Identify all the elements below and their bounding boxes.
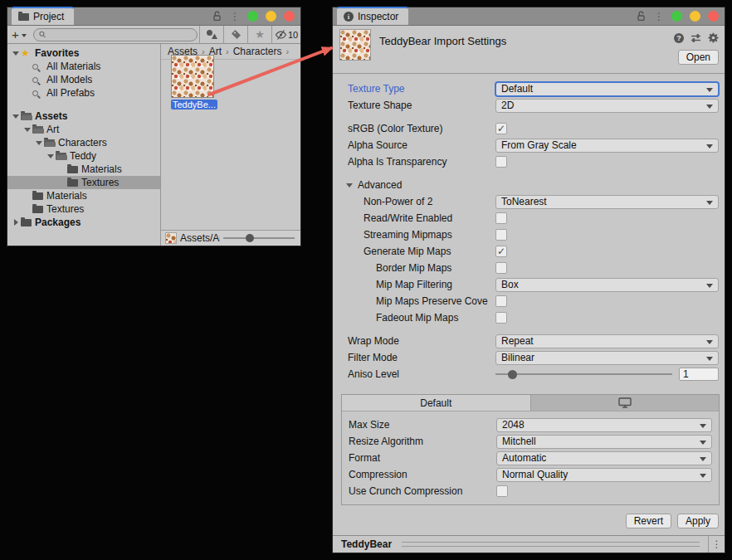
tree-item-teddy[interactable]: Teddy	[7, 149, 160, 163]
teddybear-texture-thumbnail[interactable]	[171, 55, 214, 98]
foldout-open-icon	[346, 183, 353, 187]
filter-mode-dropdown[interactable]: Bilinear	[495, 351, 719, 365]
crunch-compression-checkbox[interactable]	[496, 485, 508, 497]
tree-item-art[interactable]: Art	[7, 123, 160, 136]
platform-settings-box: Default Max Size 2048	[341, 394, 720, 505]
drag-handle[interactable]	[402, 542, 700, 547]
asset-preview-footer[interactable]: TeddyBear ⋮	[333, 535, 725, 553]
unity-editor: Project ⋮ +	[0, 0, 732, 560]
streaming-mipmaps-label: Streaming Mipmaps	[364, 229, 495, 241]
foldout-open-icon[interactable]	[12, 51, 19, 56]
aniso-level-slider[interactable]	[495, 373, 672, 375]
thumbnail-size-slider[interactable]	[223, 237, 295, 239]
filter-by-type-button[interactable]	[200, 26, 224, 44]
inspector-window: i Inspector ⋮ TeddyBear Import Settings …	[332, 7, 725, 553]
tree-item-all-materials[interactable]: All Materials	[7, 60, 160, 73]
platform-tab-default[interactable]: Default	[342, 395, 531, 411]
foldout-open-icon[interactable]	[36, 141, 42, 145]
tree-item-favorites[interactable]: ★ Favorites	[7, 46, 160, 60]
create-dropdown-icon[interactable]	[22, 34, 27, 37]
apply-button[interactable]: Apply	[677, 514, 719, 528]
tab-project[interactable]: Project	[12, 7, 74, 25]
window-green-circle[interactable]	[247, 11, 258, 22]
fadeout-mipmaps-checkbox[interactable]	[495, 312, 507, 324]
star-icon: ★	[255, 28, 265, 41]
tree-item-packages[interactable]: Packages	[7, 216, 160, 229]
generate-mipmaps-checkbox[interactable]: ✓	[495, 246, 507, 257]
asset-teddybear[interactable]: TeddyBe...	[171, 55, 217, 110]
resize-algorithm-dropdown[interactable]: Mitchell	[496, 435, 712, 449]
aniso-level-value[interactable]: 1	[679, 368, 719, 381]
presets-icon[interactable]	[691, 33, 701, 43]
window-red-circle[interactable]	[284, 11, 295, 22]
tree-item-teddy-materials[interactable]: Materials	[7, 163, 160, 176]
texture-type-dropdown[interactable]: Default	[495, 82, 719, 96]
gear-icon[interactable]	[708, 32, 719, 43]
window-menu-icon[interactable]: ⋮	[230, 12, 240, 22]
tree-item-all-prefabs[interactable]: All Prefabs	[7, 86, 160, 100]
advanced-foldout[interactable]: Advanced	[333, 177, 725, 193]
compression-dropdown[interactable]: Normal Quality	[496, 468, 712, 482]
filter-by-label-button[interactable]	[224, 26, 248, 44]
footer-asset-name: TeddyBear	[341, 538, 392, 550]
mip-filtering-dropdown[interactable]: Box	[495, 278, 719, 292]
window-green-circle[interactable]	[671, 11, 682, 22]
tree-item-assets[interactable]: Assets	[7, 110, 160, 123]
selected-asset-mini-icon	[165, 232, 177, 244]
help-icon[interactable]: ?	[674, 33, 684, 43]
tree-item-all-models[interactable]: All Models	[7, 73, 160, 86]
mip-preserve-coverage-checkbox[interactable]	[495, 295, 507, 307]
hidden-items-button[interactable]: 10	[272, 26, 300, 44]
favorites-filter-button[interactable]: ★	[248, 26, 272, 44]
aniso-level-label: Aniso Level	[348, 368, 495, 380]
foldout-open-icon[interactable]	[47, 154, 54, 158]
read-write-checkbox[interactable]	[495, 212, 507, 224]
format-dropdown[interactable]: Automatic	[496, 451, 712, 465]
open-folder-icon	[56, 153, 66, 160]
breadcrumb-characters[interactable]: Characters	[233, 46, 282, 57]
platform-tab-standalone[interactable]	[531, 395, 720, 411]
revert-button[interactable]: Revert	[626, 514, 671, 528]
inspector-tabbar: i Inspector ⋮	[333, 7, 725, 26]
foldout-open-icon[interactable]	[24, 128, 31, 132]
wrap-mode-dropdown[interactable]: Repeat	[495, 334, 719, 348]
foldout-closed-icon[interactable]	[14, 219, 18, 226]
search-input[interactable]	[48, 30, 192, 40]
open-folder-icon	[32, 126, 43, 134]
window-yellow-circle[interactable]	[266, 11, 276, 22]
lock-icon[interactable]	[212, 11, 222, 22]
create-asset-button[interactable]: +	[12, 29, 19, 41]
foldout-open-icon[interactable]	[12, 114, 19, 119]
tab-inspector[interactable]: i Inspector	[337, 7, 408, 25]
alpha-source-dropdown[interactable]: From Gray Scale	[495, 139, 719, 153]
texture-shape-dropdown[interactable]: 2D	[495, 99, 719, 113]
open-button[interactable]: Open	[678, 50, 719, 65]
npot-dropdown[interactable]: ToNearest	[495, 195, 719, 209]
read-write-label: Read/Write Enabled	[364, 212, 495, 224]
tree-item-materials[interactable]: Materials	[7, 189, 160, 202]
streaming-mipmaps-checkbox[interactable]	[495, 229, 507, 241]
srgb-checkbox[interactable]: ✓	[495, 123, 507, 134]
window-red-circle[interactable]	[708, 11, 719, 22]
project-search[interactable]	[33, 28, 198, 41]
folder-icon	[67, 166, 78, 173]
format-label: Format	[349, 452, 496, 464]
search-query-icon	[32, 77, 38, 83]
window-yellow-circle[interactable]	[690, 11, 700, 22]
slider-handle[interactable]	[508, 370, 517, 379]
max-size-dropdown[interactable]: 2048	[496, 418, 712, 432]
window-menu-icon[interactable]: ⋮	[654, 12, 664, 22]
mip-preserve-coverage-label: Mip Maps Preserve Cove	[376, 295, 495, 307]
footer-menu-icon[interactable]: ⋮	[709, 539, 725, 549]
tag-icon	[231, 29, 242, 40]
tree-item-teddy-textures[interactable]: Textures	[7, 176, 160, 189]
lock-icon[interactable]	[637, 11, 647, 22]
npot-label: Non-Power of 2	[364, 196, 495, 207]
tree-item-characters[interactable]: Characters	[7, 136, 160, 149]
tree-item-textures[interactable]: Textures	[7, 202, 160, 216]
alpha-is-transparency-checkbox[interactable]	[495, 156, 507, 168]
selected-asset-path: Assets/Art/Cha	[180, 232, 220, 244]
slider-knob[interactable]	[246, 234, 254, 242]
project-folder-tree: ★ Favorites All Materials All Models All	[7, 44, 161, 246]
border-mipmaps-checkbox[interactable]	[495, 262, 507, 274]
